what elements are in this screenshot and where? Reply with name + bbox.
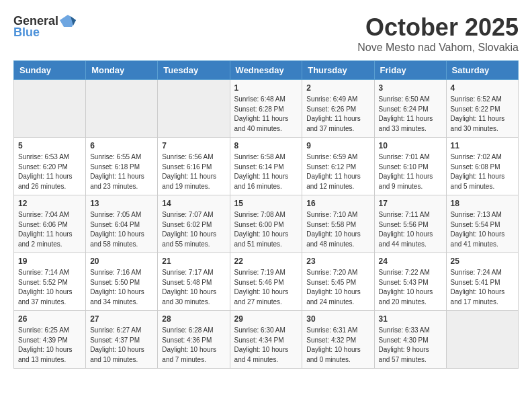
day-info: Sunrise: 6:55 AMSunset: 6:18 PMDaylight:…	[90, 152, 153, 191]
calendar-cell: 26Sunrise: 6:25 AMSunset: 4:39 PMDayligh…	[14, 311, 86, 369]
calendar-cell: 5Sunrise: 6:53 AMSunset: 6:20 PMDaylight…	[14, 138, 86, 195]
day-number: 22	[234, 257, 298, 266]
weekday-header: Thursday	[302, 61, 374, 80]
day-number: 4	[451, 83, 514, 93]
calendar-cell: 19Sunrise: 7:14 AMSunset: 5:52 PMDayligh…	[14, 253, 86, 311]
day-info: Sunrise: 7:01 AMSunset: 6:10 PMDaylight:…	[379, 152, 442, 191]
day-info: Sunrise: 6:50 AMSunset: 6:24 PMDaylight:…	[379, 95, 442, 134]
calendar-cell: 30Sunrise: 6:31 AMSunset: 4:32 PMDayligh…	[302, 311, 374, 369]
calendar-cell: 9Sunrise: 6:59 AMSunset: 6:12 PMDaylight…	[302, 138, 374, 195]
day-info: Sunrise: 6:28 AMSunset: 4:36 PMDaylight:…	[162, 326, 225, 365]
day-info: Sunrise: 6:31 AMSunset: 4:32 PMDaylight:…	[306, 326, 369, 365]
day-number: 11	[451, 141, 514, 150]
calendar-cell: 20Sunrise: 7:16 AMSunset: 5:50 PMDayligh…	[86, 253, 158, 311]
day-number: 16	[306, 199, 369, 208]
day-info: Sunrise: 6:52 AMSunset: 6:22 PMDaylight:…	[451, 95, 514, 134]
calendar: SundayMondayTuesdayWednesdayThursdayFrid…	[13, 60, 519, 369]
calendar-week-row: 12Sunrise: 7:04 AMSunset: 6:06 PMDayligh…	[14, 195, 519, 253]
calendar-cell: 11Sunrise: 7:02 AMSunset: 6:08 PMDayligh…	[446, 138, 518, 195]
calendar-cell: 3Sunrise: 6:50 AMSunset: 6:24 PMDaylight…	[374, 80, 446, 138]
calendar-cell: 22Sunrise: 7:19 AMSunset: 5:46 PMDayligh…	[230, 253, 302, 311]
page: General Blue October 2025 Nove Mesto nad…	[0, 0, 532, 379]
day-info: Sunrise: 7:13 AMSunset: 5:54 PMDaylight:…	[451, 210, 514, 249]
calendar-week-row: 26Sunrise: 6:25 AMSunset: 4:39 PMDayligh…	[14, 311, 519, 369]
calendar-cell: 14Sunrise: 7:07 AMSunset: 6:02 PMDayligh…	[158, 195, 230, 253]
day-number: 7	[162, 141, 225, 150]
day-info: Sunrise: 6:27 AMSunset: 4:37 PMDaylight:…	[90, 326, 153, 365]
header: General Blue October 2025 Nove Mesto nad…	[13, 13, 519, 54]
weekday-header: Wednesday	[230, 61, 302, 80]
day-number: 21	[162, 257, 225, 266]
calendar-cell: 6Sunrise: 6:55 AMSunset: 6:18 PMDaylight…	[86, 138, 158, 195]
day-info: Sunrise: 6:49 AMSunset: 6:26 PMDaylight:…	[306, 95, 369, 134]
day-info: Sunrise: 7:08 AMSunset: 6:00 PMDaylight:…	[234, 210, 298, 249]
day-info: Sunrise: 7:19 AMSunset: 5:46 PMDaylight:…	[234, 268, 298, 307]
day-number: 18	[451, 199, 514, 208]
day-info: Sunrise: 6:56 AMSunset: 6:16 PMDaylight:…	[162, 152, 225, 191]
day-number: 19	[18, 257, 81, 266]
day-number: 12	[18, 199, 81, 208]
day-number: 10	[379, 141, 442, 150]
day-number: 5	[18, 141, 81, 150]
calendar-cell: 12Sunrise: 7:04 AMSunset: 6:06 PMDayligh…	[14, 195, 86, 253]
day-number: 14	[162, 199, 225, 208]
calendar-cell: 24Sunrise: 7:22 AMSunset: 5:43 PMDayligh…	[374, 253, 446, 311]
title-section: October 2025 Nove Mesto nad Vahom, Slova…	[357, 13, 519, 54]
calendar-cell: 15Sunrise: 7:08 AMSunset: 6:00 PMDayligh…	[230, 195, 302, 253]
month-title: October 2025	[357, 13, 519, 42]
day-info: Sunrise: 7:10 AMSunset: 5:58 PMDaylight:…	[306, 210, 369, 249]
day-info: Sunrise: 7:05 AMSunset: 6:04 PMDaylight:…	[90, 210, 153, 249]
day-number: 23	[306, 257, 369, 266]
day-number: 1	[234, 83, 298, 93]
weekday-header: Saturday	[446, 61, 518, 80]
calendar-cell: 25Sunrise: 7:24 AMSunset: 5:41 PMDayligh…	[446, 253, 518, 311]
day-number: 8	[234, 141, 298, 150]
calendar-cell	[446, 311, 518, 369]
day-number: 26	[18, 314, 81, 324]
logo: General Blue	[13, 13, 77, 40]
day-info: Sunrise: 7:14 AMSunset: 5:52 PMDaylight:…	[18, 268, 81, 307]
day-info: Sunrise: 7:22 AMSunset: 5:43 PMDaylight:…	[379, 268, 442, 307]
calendar-cell: 16Sunrise: 7:10 AMSunset: 5:58 PMDayligh…	[302, 195, 374, 253]
day-info: Sunrise: 6:58 AMSunset: 6:14 PMDaylight:…	[234, 152, 298, 191]
calendar-cell: 28Sunrise: 6:28 AMSunset: 4:36 PMDayligh…	[158, 311, 230, 369]
calendar-cell: 23Sunrise: 7:20 AMSunset: 5:45 PMDayligh…	[302, 253, 374, 311]
day-number: 24	[379, 257, 442, 266]
day-info: Sunrise: 6:53 AMSunset: 6:20 PMDaylight:…	[18, 152, 81, 191]
day-info: Sunrise: 7:17 AMSunset: 5:48 PMDaylight:…	[162, 268, 225, 307]
calendar-cell: 13Sunrise: 7:05 AMSunset: 6:04 PMDayligh…	[86, 195, 158, 253]
day-number: 6	[90, 141, 153, 150]
day-info: Sunrise: 6:30 AMSunset: 4:34 PMDaylight:…	[234, 326, 298, 365]
logo-blue: Blue	[13, 26, 40, 40]
calendar-cell: 7Sunrise: 6:56 AMSunset: 6:16 PMDaylight…	[158, 138, 230, 195]
day-info: Sunrise: 6:25 AMSunset: 4:39 PMDaylight:…	[18, 326, 81, 365]
day-number: 30	[306, 314, 369, 324]
day-number: 9	[306, 141, 369, 150]
day-info: Sunrise: 6:59 AMSunset: 6:12 PMDaylight:…	[306, 152, 369, 191]
weekday-header: Monday	[86, 61, 158, 80]
calendar-cell: 29Sunrise: 6:30 AMSunset: 4:34 PMDayligh…	[230, 311, 302, 369]
calendar-cell: 8Sunrise: 6:58 AMSunset: 6:14 PMDaylight…	[230, 138, 302, 195]
day-number: 2	[306, 83, 369, 93]
calendar-week-row: 19Sunrise: 7:14 AMSunset: 5:52 PMDayligh…	[14, 253, 519, 311]
day-info: Sunrise: 7:02 AMSunset: 6:08 PMDaylight:…	[451, 152, 514, 191]
calendar-cell	[14, 80, 86, 138]
day-number: 29	[234, 314, 298, 324]
calendar-cell: 27Sunrise: 6:27 AMSunset: 4:37 PMDayligh…	[86, 311, 158, 369]
day-number: 27	[90, 314, 153, 324]
calendar-cell	[86, 80, 158, 138]
day-number: 25	[451, 257, 514, 266]
location-title: Nove Mesto nad Vahom, Slovakia	[357, 42, 519, 54]
weekday-header: Tuesday	[158, 61, 230, 80]
day-number: 20	[90, 257, 153, 266]
calendar-cell: 4Sunrise: 6:52 AMSunset: 6:22 PMDaylight…	[446, 80, 518, 138]
day-number: 15	[234, 199, 298, 208]
calendar-cell: 31Sunrise: 6:33 AMSunset: 4:30 PMDayligh…	[374, 311, 446, 369]
day-info: Sunrise: 7:07 AMSunset: 6:02 PMDaylight:…	[162, 210, 225, 249]
calendar-week-row: 1Sunrise: 6:48 AMSunset: 6:28 PMDaylight…	[14, 80, 519, 138]
day-info: Sunrise: 7:16 AMSunset: 5:50 PMDaylight:…	[90, 268, 153, 307]
calendar-cell: 17Sunrise: 7:11 AMSunset: 5:56 PMDayligh…	[374, 195, 446, 253]
weekday-header: Sunday	[14, 61, 86, 80]
day-info: Sunrise: 7:24 AMSunset: 5:41 PMDaylight:…	[451, 268, 514, 307]
calendar-cell: 18Sunrise: 7:13 AMSunset: 5:54 PMDayligh…	[446, 195, 518, 253]
